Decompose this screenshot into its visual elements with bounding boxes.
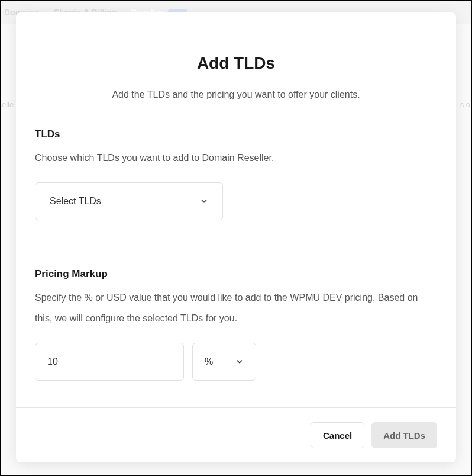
tlds-description: Choose which TLDs you want to add to Dom… [35,147,437,168]
modal-header: Add TLDs Add the TLDs and the pricing yo… [16,12,456,114]
chevron-down-icon [235,358,244,366]
modal-title: Add TLDs [35,54,437,73]
modal-footer: Cancel Add TLDs [16,407,456,462]
pricing-label: Pricing Markup [35,268,437,280]
pricing-section: Pricing Markup Specify the % or USD valu… [35,268,437,402]
section-divider [35,242,437,242]
modal-subtitle: Add the TLDs and the pricing you want to… [35,87,437,102]
pricing-unit-label: % [205,356,213,367]
add-tlds-button[interactable]: Add TLDs [371,422,437,448]
pricing-unit-dropdown[interactable]: % [192,343,256,381]
select-tlds-label: Select TLDs [50,196,101,207]
pricing-value-input[interactable] [35,343,184,381]
add-tlds-modal: Add TLDs Add the TLDs and the pricing yo… [16,12,456,462]
tlds-label: TLDs [35,128,437,140]
modal-body: TLDs Choose which TLDs you want to add t… [16,114,456,407]
cancel-button[interactable]: Cancel [311,422,364,448]
pricing-input-row: % [35,343,437,381]
pricing-description: Specify the % or USD value that you woul… [35,287,437,329]
select-tlds-dropdown[interactable]: Select TLDs [35,182,223,220]
chevron-down-icon [200,197,208,205]
tlds-section: TLDs Choose which TLDs you want to add t… [35,128,437,242]
